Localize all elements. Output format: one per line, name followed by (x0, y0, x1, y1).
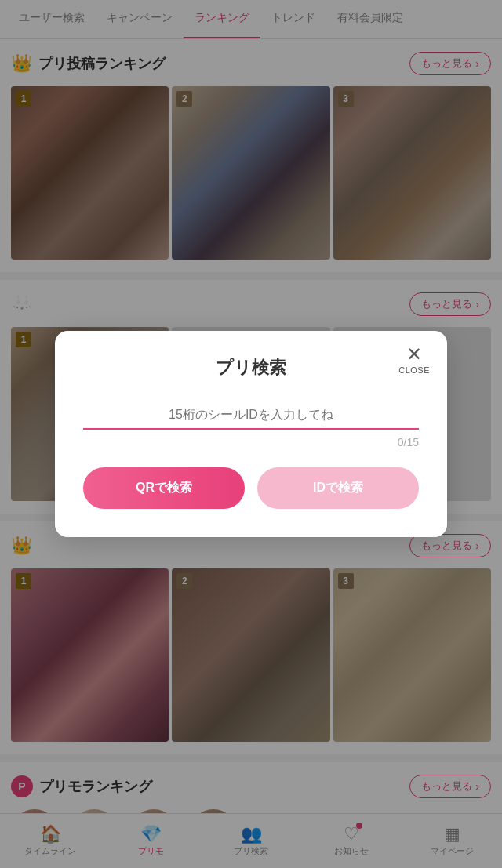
modal-input-wrap (83, 401, 419, 430)
close-x-icon: ✕ (406, 345, 422, 364)
search-modal: ✕ CLOSE プリ検索 0/15 QRで検索 IDで検索 (55, 331, 447, 537)
modal-buttons: QRで検索 IDで検索 (83, 467, 419, 509)
qr-search-button[interactable]: QRで検索 (83, 467, 245, 509)
seal-id-input[interactable] (83, 401, 419, 428)
modal-close-button[interactable]: ✕ CLOSE (398, 345, 430, 375)
char-counter: 0/15 (83, 436, 419, 449)
modal-overlay[interactable]: ✕ CLOSE プリ検索 0/15 QRで検索 IDで検索 (0, 0, 502, 868)
modal-title: プリ検索 (83, 356, 419, 380)
id-search-button[interactable]: IDで検索 (257, 467, 419, 509)
close-label: CLOSE (398, 365, 430, 375)
